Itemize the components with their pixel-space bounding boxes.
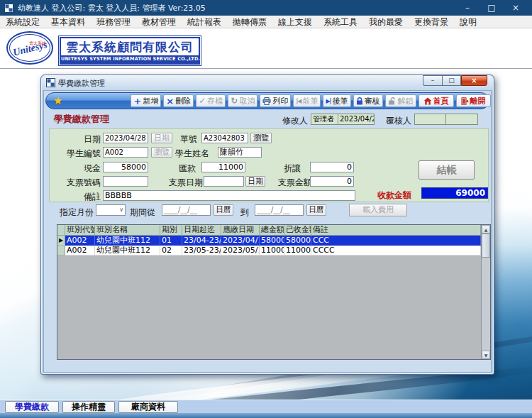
screen: 幼教達人 登入公司: 雲太 登入人員: 管理者 Ver:23.05 – □ × … bbox=[0, 0, 532, 418]
maximize-icon[interactable]: □ bbox=[480, 0, 504, 16]
delete-button[interactable]: × 刪除 bbox=[163, 94, 194, 107]
menu-item-system-settings[interactable]: 系統設定 bbox=[0, 16, 45, 28]
doc-no-field[interactable]: A23042803 bbox=[201, 133, 248, 143]
student-name-label: 學生姓名 bbox=[175, 148, 209, 160]
reviewer-field bbox=[414, 114, 478, 125]
table-row[interactable]: ▶ A002 幼兒園中班112 01 23/04-23/04 2023/04/1… bbox=[57, 236, 481, 246]
doc-no-label: 單號 bbox=[180, 133, 197, 145]
menu-item-vouchers[interactable]: 拋轉傳票 bbox=[227, 16, 272, 28]
col-class-name[interactable]: 班別名稱 bbox=[95, 225, 160, 236]
col-due-date[interactable]: 應繳日期 bbox=[221, 225, 260, 236]
col-date-range[interactable]: 日期起迄 bbox=[182, 225, 221, 236]
cash-field[interactable]: 58000 bbox=[103, 162, 148, 172]
next-record-button[interactable]: ▶| 後筆 bbox=[323, 94, 350, 107]
table-row[interactable]: A002 幼兒園中班112 02 23/05-23/05 2023/05/10 … bbox=[57, 246, 481, 255]
company-logo: Unitesys 雲太系統 bbox=[6, 31, 53, 65]
add-button[interactable]: + 新增 bbox=[131, 94, 161, 107]
menu-item-favorites[interactable]: 我的最愛 bbox=[363, 16, 409, 28]
exit-button[interactable]: 離開 bbox=[456, 94, 491, 107]
minimize-icon[interactable]: – bbox=[455, 0, 480, 16]
calendar-from-button[interactable]: 日曆 bbox=[214, 204, 233, 216]
tab-tuition-payment[interactable]: 學費繳款 bbox=[5, 401, 59, 413]
check-icon: ✓ bbox=[199, 97, 206, 105]
menu-item-class-admin[interactable]: 班務管理 bbox=[91, 16, 136, 28]
tab-vendor-data[interactable]: 廠商資料 bbox=[118, 401, 178, 413]
add-button-label: 新增 bbox=[143, 96, 158, 106]
cell-class-code: A002 bbox=[65, 246, 95, 255]
next-record-label: 後筆 bbox=[333, 96, 348, 106]
menu-item-online-support[interactable]: 線上支援 bbox=[272, 16, 318, 28]
month-select[interactable]: ∨ bbox=[96, 204, 126, 216]
cell-term: 02 bbox=[160, 246, 182, 255]
calendar-to-button[interactable]: 日曆 bbox=[306, 204, 326, 216]
date-label: 日期 bbox=[50, 133, 101, 145]
col-total-amount[interactable]: 總金額 bbox=[260, 225, 284, 236]
check-no-label: 支票號碼 bbox=[50, 177, 101, 189]
remit-field[interactable]: 11000 bbox=[201, 162, 245, 172]
scroll-down-icon[interactable]: ▼ bbox=[482, 351, 490, 359]
delete-button-label: 刪除 bbox=[175, 96, 191, 106]
modified-by-field: 管理者 2023/04/28 bbox=[311, 114, 375, 125]
child-window-controls: – □ × bbox=[423, 75, 487, 86]
next-record-icon: ▶| bbox=[326, 98, 331, 104]
cell-class-code: A002 bbox=[65, 236, 95, 246]
period-to-field[interactable]: ____/__/__ bbox=[255, 204, 304, 216]
student-id-field[interactable]: A002 bbox=[103, 147, 148, 158]
col-class-code[interactable]: 班別代號 bbox=[65, 225, 95, 236]
favorite-star-icon[interactable]: ★ bbox=[53, 94, 62, 108]
check-date-button[interactable]: 日期 bbox=[245, 176, 265, 187]
menu-item-help[interactable]: 說明 bbox=[454, 16, 482, 28]
cash-label: 現金 bbox=[50, 163, 101, 175]
doc-browse-button[interactable]: 瀏覽 bbox=[250, 133, 272, 143]
menu-item-system-tools[interactable]: 系統工具 bbox=[318, 16, 363, 28]
menu-item-reports[interactable]: 統計報表 bbox=[182, 16, 227, 28]
received-amount-field: 69000 bbox=[421, 187, 488, 199]
student-name-field[interactable]: 陳韻竹 bbox=[218, 147, 262, 158]
cell-note: CCCC bbox=[311, 246, 481, 255]
child-window-titlebar[interactable]: 學費繳款管理 – □ × bbox=[42, 75, 493, 90]
close-icon[interactable]: × bbox=[504, 0, 528, 16]
remit-label: 匯款 bbox=[179, 163, 196, 175]
unlock-button-label: 解鎖 bbox=[398, 96, 414, 106]
check-no-field[interactable] bbox=[103, 176, 148, 187]
home-button[interactable]: 首頁 bbox=[419, 94, 454, 107]
check-date-field[interactable] bbox=[204, 176, 244, 187]
cancel-button-label: 取消 bbox=[239, 96, 255, 106]
menu-item-change-background[interactable]: 更換背景 bbox=[409, 16, 454, 28]
date-field[interactable]: 2023/04/28 bbox=[103, 133, 148, 143]
audit-button[interactable]: 審核 bbox=[353, 94, 383, 107]
discount-field[interactable]: 0 bbox=[310, 162, 354, 172]
note-field[interactable]: BBBBB bbox=[103, 190, 355, 201]
undo-icon: ↻ bbox=[231, 97, 238, 105]
save-button[interactable]: ✓ 存檔 bbox=[196, 94, 226, 107]
check-amount-field[interactable]: 0 bbox=[310, 176, 354, 187]
menu-item-basic-data[interactable]: 基本資料 bbox=[45, 16, 91, 28]
printer-icon bbox=[262, 97, 271, 105]
scrollbar-thumb[interactable] bbox=[482, 233, 490, 258]
tab-operation-wizard[interactable]: 操作精靈 bbox=[62, 401, 115, 413]
unlock-button[interactable]: 解鎖 bbox=[385, 94, 416, 107]
audit-button-label: 審核 bbox=[365, 96, 380, 106]
child-minimize-icon[interactable]: – bbox=[423, 75, 442, 86]
cell-due-date: 2023/05/10 bbox=[221, 246, 260, 255]
date-button[interactable]: 日期 bbox=[151, 133, 172, 143]
table-scrollbar[interactable]: ▲ ▼ bbox=[481, 225, 490, 359]
cell-received-amount: 11000 bbox=[284, 246, 311, 255]
col-received-amount[interactable]: 已收金額 bbox=[284, 225, 311, 236]
print-button[interactable]: 列印 bbox=[260, 94, 291, 107]
col-note[interactable]: 備註 bbox=[311, 225, 481, 236]
student-browse-button[interactable]: 瀏覽 bbox=[151, 147, 172, 158]
scroll-up-icon[interactable]: ▲ bbox=[482, 225, 490, 233]
load-fees-button[interactable]: 載入費用 bbox=[349, 204, 407, 216]
exit-button-label: 離開 bbox=[470, 96, 486, 106]
col-term[interactable]: 期別 bbox=[160, 225, 182, 236]
reviewer-date-value bbox=[446, 114, 477, 124]
child-maximize-icon[interactable]: □ bbox=[442, 75, 461, 86]
cancel-button[interactable]: ↻ 取消 bbox=[228, 94, 257, 107]
cell-note: CCC bbox=[311, 236, 481, 246]
period-from-field[interactable]: ____/__/__ bbox=[162, 204, 211, 216]
settle-button[interactable]: 結帳 bbox=[419, 160, 475, 180]
menu-item-materials[interactable]: 教材管理 bbox=[136, 16, 182, 28]
child-close-icon[interactable]: × bbox=[461, 75, 487, 86]
prev-record-button[interactable]: |◀ 前筆 bbox=[293, 94, 321, 107]
